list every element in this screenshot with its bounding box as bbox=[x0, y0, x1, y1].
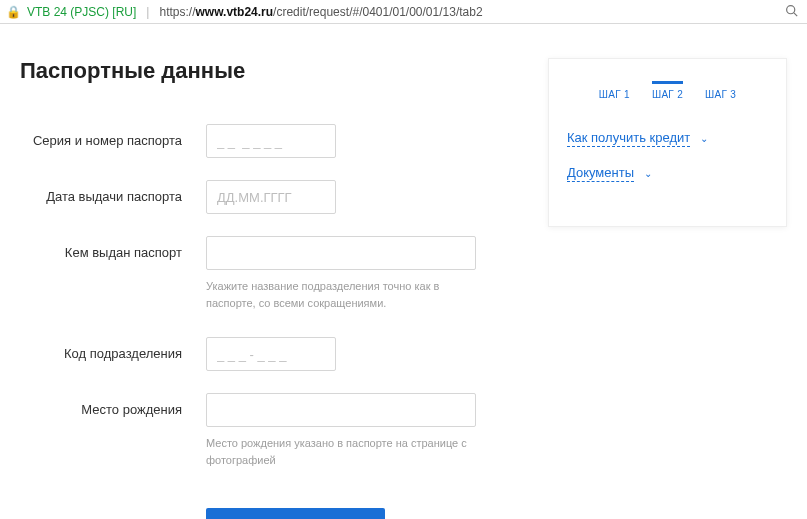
search-icon[interactable] bbox=[781, 4, 801, 20]
how-to-label: Как получить кредит bbox=[567, 130, 690, 147]
how-to-get-credit-link[interactable]: Как получить кредит ⌄ bbox=[567, 130, 768, 147]
form-actions: ← Предыдущий шаг Следующий шаг → bbox=[20, 508, 518, 519]
row-passport-series: Серия и номер паспорта bbox=[20, 124, 518, 158]
step-tab-2[interactable]: ШАГ 2 bbox=[652, 81, 683, 100]
hint-issued-by: Укажите название подразделения точно как… bbox=[206, 278, 486, 311]
step-tab-3[interactable]: ШАГ 3 bbox=[705, 81, 736, 100]
dept-code-input[interactable] bbox=[206, 337, 336, 371]
lock-icon: 🔒 bbox=[6, 5, 21, 19]
label-birth-place: Место рождения bbox=[20, 393, 206, 417]
label-issued-by: Кем выдан паспорт bbox=[20, 236, 206, 260]
chevron-down-icon: ⌄ bbox=[700, 133, 708, 144]
row-issue-date: Дата выдачи паспорта bbox=[20, 180, 518, 214]
url-path: /credit/request/#/0401/01/00/01/13/tab2 bbox=[273, 5, 483, 19]
step-tabs: ШАГ 1 ШАГ 2 ШАГ 3 bbox=[567, 81, 768, 100]
address-separator: | bbox=[142, 5, 153, 19]
label-issue-date: Дата выдачи паспорта bbox=[20, 180, 206, 204]
label-passport-series: Серия и номер паспорта bbox=[20, 124, 206, 148]
row-birth-place: Место рождения Место рождения указано в … bbox=[20, 393, 518, 468]
issue-date-input[interactable] bbox=[206, 180, 336, 214]
page-title: Паспортные данные bbox=[20, 58, 518, 84]
svg-line-1 bbox=[793, 12, 796, 15]
browser-address-bar: 🔒 VTB 24 (PJSC) [RU] | https://www.vtb24… bbox=[0, 0, 807, 24]
row-issued-by: Кем выдан паспорт Укажите название подра… bbox=[20, 236, 518, 311]
svg-point-0 bbox=[786, 5, 794, 13]
chevron-down-icon: ⌄ bbox=[644, 168, 652, 179]
form-column: Паспортные данные Серия и номер паспорта… bbox=[20, 58, 518, 519]
step-tab-1[interactable]: ШАГ 1 bbox=[599, 81, 630, 100]
sidebar-column: ШАГ 1 ШАГ 2 ШАГ 3 Как получить кредит ⌄ … bbox=[548, 58, 787, 519]
hint-birth-place: Место рождения указано в паспорте на стр… bbox=[206, 435, 486, 468]
next-step-button[interactable]: Следующий шаг → bbox=[206, 508, 385, 519]
row-dept-code: Код подразделения bbox=[20, 337, 518, 371]
label-dept-code: Код подразделения bbox=[20, 337, 206, 361]
issued-by-input[interactable] bbox=[206, 236, 476, 270]
url-display[interactable]: https://www.vtb24.ru/credit/request/#/04… bbox=[159, 5, 775, 19]
url-prefix: https:// bbox=[159, 5, 195, 19]
url-host: www.vtb24.ru bbox=[196, 5, 274, 19]
ssl-cert-name: VTB 24 (PJSC) [RU] bbox=[27, 5, 136, 19]
documents-label: Документы bbox=[567, 165, 634, 182]
passport-series-input[interactable] bbox=[206, 124, 336, 158]
birth-place-input[interactable] bbox=[206, 393, 476, 427]
sidebar-card: ШАГ 1 ШАГ 2 ШАГ 3 Как получить кредит ⌄ … bbox=[548, 58, 787, 227]
documents-link[interactable]: Документы ⌄ bbox=[567, 165, 768, 182]
